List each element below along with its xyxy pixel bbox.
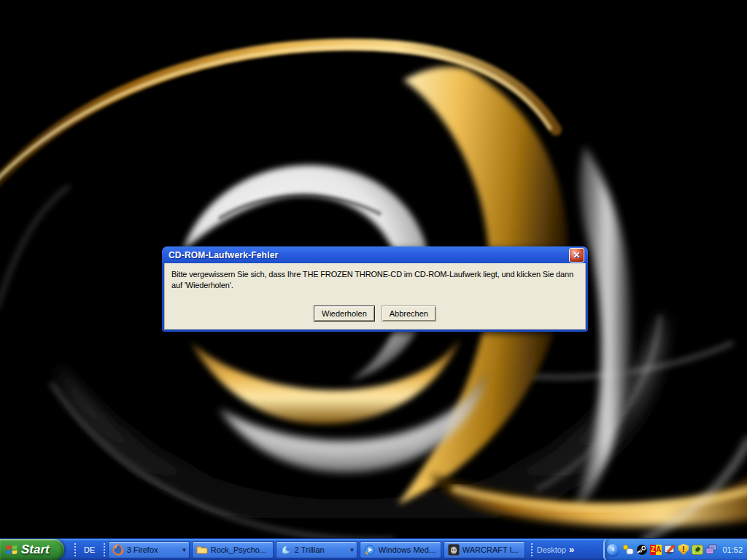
taskbar-button-label: 2 Trillian (295, 545, 346, 554)
language-code: DE (84, 545, 95, 554)
dialog-message: Bitte vergewissern Sie sich, dass Ihre T… (165, 263, 585, 290)
tray-item-screen-tool[interactable] (663, 544, 676, 556)
tray-item-zonealarm[interactable]: Z A (649, 544, 662, 556)
taskbar-button-label: Windows Med... (379, 545, 438, 554)
zonealarm-a-letter: A (656, 545, 662, 555)
screen-pencil-icon (664, 544, 676, 556)
tray-collapse-button[interactable]: ‹ (607, 544, 619, 556)
chevron-down-icon[interactable]: ▾ (181, 546, 186, 553)
taskbar-button-label: 3 Firefox (127, 545, 178, 554)
taskbar-button-warcraft[interactable]: WARCRAFT I... (444, 541, 525, 559)
cancel-button[interactable]: Abbrechen (382, 306, 436, 322)
close-icon: ✕ (573, 250, 580, 260)
dialog-buttons: Wiederholen Abbrechen (165, 306, 585, 322)
zonealarm-z-letter: Z (650, 545, 656, 555)
taskbar-drag-handle[interactable] (530, 542, 533, 557)
taskbar-button-trillian[interactable]: 2 Trillian ▾ (276, 541, 357, 559)
windows-media-player-icon (364, 544, 376, 556)
start-label: Start (21, 542, 50, 557)
dialog-titlebar[interactable]: CD-ROM-Laufwerk-Fehler ✕ (164, 246, 586, 263)
retry-button[interactable]: Wiederholen (314, 306, 375, 322)
chevron-left-icon: ‹ (611, 544, 614, 554)
chevron-down-icon[interactable]: ▾ (349, 546, 354, 553)
taskbar-button-label: Rock_Psycho... (211, 545, 270, 554)
system-tray: ‹ Z A (603, 539, 747, 560)
trillian-icon (280, 544, 292, 556)
taskbar-button-label: WARCRAFT I... (462, 545, 522, 554)
tray-clock[interactable]: 01:52 (722, 545, 743, 554)
tray-item-network[interactable] (705, 544, 717, 556)
tray-item-security-alert[interactable]: ! (677, 544, 689, 556)
windows-logo-icon (6, 544, 18, 556)
taskbar-button-windows-media[interactable]: Windows Med... (360, 541, 441, 559)
folder-icon (196, 544, 208, 556)
warcraft-icon (448, 544, 460, 556)
firefox-icon (112, 544, 124, 556)
tray-item-nvidia[interactable] (691, 544, 703, 556)
security-shield-icon: ! (678, 544, 689, 555)
tray-item-mouse[interactable] (622, 544, 634, 556)
dialog-title: CD-ROM-Laufwerk-Fehler (169, 250, 569, 260)
zonealarm-icon: Z A (650, 545, 662, 555)
steam-icon (636, 544, 648, 556)
taskbar-drag-handle[interactable] (74, 542, 77, 557)
dialog-body: Bitte vergewissern Sie sich, dass Ihre T… (164, 263, 586, 330)
desktop-toolbar-label[interactable]: Desktop (537, 545, 566, 554)
desktop-toolbar: Desktop » (528, 542, 579, 557)
screen: CD-ROM-Laufwerk-Fehler ✕ Bitte vergewiss… (0, 0, 747, 560)
network-icon (705, 544, 717, 556)
chevron-double-right-icon[interactable]: » (569, 544, 574, 555)
taskbar-button-firefox[interactable]: 3 Firefox ▾ (108, 541, 190, 559)
taskbar-button-folder[interactable]: Rock_Psycho... (192, 541, 274, 559)
tray-item-steam[interactable] (635, 544, 648, 556)
cdrom-error-dialog: CD-ROM-Laufwerk-Fehler ✕ Bitte vergewiss… (162, 246, 588, 332)
close-button[interactable]: ✕ (569, 248, 584, 262)
language-indicator[interactable]: DE (79, 545, 101, 554)
start-button[interactable]: Start (0, 539, 64, 560)
exclamation-mark: ! (682, 545, 684, 553)
mouse-icon (622, 544, 634, 556)
taskbar: Start DE 3 Firefox ▾ Rock_Psycho... (0, 538, 747, 560)
taskbar-drag-handle[interactable] (103, 542, 106, 557)
nvidia-icon (692, 544, 703, 556)
